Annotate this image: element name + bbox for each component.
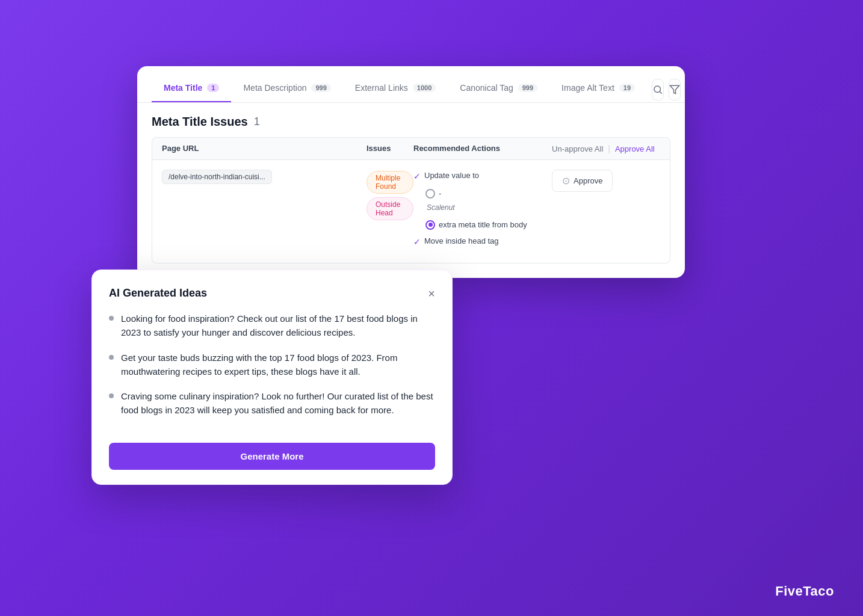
tab-image-alt-text[interactable]: Image Alt Text 19 [549,77,647,102]
scalenut-label: Scalenut [427,202,552,213]
tab-canonical-tag-label: Canonical Tag [460,83,513,93]
bullet-3 [109,393,114,398]
radio-group: - Scalenut [425,188,552,214]
issue-badge-multiple: Multiple Found [367,171,413,194]
table-body: /delve-into-north-indian-cuisi... Multip… [152,160,670,263]
filter-icon [669,84,680,95]
approve-check-icon: ⊙ [562,175,570,186]
approve-button[interactable]: ⊙ Approve [552,170,613,192]
col-header-issues: Issues [367,144,413,153]
url-cell: /delve-into-north-indian-cuisi... [162,170,367,186]
recommended-cell: ✓ Update value to - Scalenut extra [413,170,552,253]
svg-point-0 [654,86,661,93]
generate-more-button[interactable]: Generate More [109,443,435,470]
table-row: /delve-into-north-indian-cuisi... Multip… [152,160,670,263]
svg-line-1 [660,91,662,93]
tabs-row: Meta Title 1 Meta Description 999 Extern… [137,66,685,103]
ai-idea-1: Looking for food inspiration? Check out … [109,312,435,340]
radio-extra-meta-circle [425,220,435,230]
tab-meta-description[interactable]: Meta Description 999 [231,77,342,102]
separator: | [608,144,610,153]
filter-button[interactable] [669,79,681,100]
tab-meta-description-badge: 999 [311,84,330,92]
main-card: Meta Title 1 Meta Description 999 Extern… [137,66,685,278]
tab-external-links-label: External Links [355,83,408,93]
tab-canonical-tag-badge: 999 [518,84,537,92]
col-header-url: Page URL [162,144,367,153]
approve-all-button[interactable]: Approve All [615,144,655,153]
col-header-recommended: Recommended Actions [413,144,552,153]
ai-modal-title: AI Generated Ideas [109,287,207,300]
ai-modal-header: AI Generated Ideas × [109,287,435,300]
check-icon-2: ✓ [413,236,421,248]
check-icon-1: ✓ [413,170,421,183]
issues-title: Meta Title Issues [152,115,248,129]
radio-group-extra: extra meta title from body [425,219,552,231]
search-icon [652,84,663,95]
bullet-1 [109,316,114,321]
ai-idea-2: Get your taste buds buzzing with the top… [109,351,435,379]
radio-extra-meta[interactable]: extra meta title from body [425,219,552,231]
tab-image-alt-text-label: Image Alt Text [561,83,614,93]
radio-dash-label: - [439,188,441,200]
tab-external-links[interactable]: External Links 1000 [343,77,448,102]
rec-move-inside: ✓ Move inside head tag [413,235,552,248]
table-wrapper: Page URL Issues Recommended Actions Un-a… [137,137,685,278]
ai-modal-close-button[interactable]: × [428,288,435,300]
radio-dash[interactable]: - [425,188,552,200]
ai-idea-3: Craving some culinary inspiration? Look … [109,389,435,417]
bullet-2 [109,355,114,360]
search-button[interactable] [652,79,664,100]
tab-meta-description-label: Meta Description [243,83,306,93]
rec-move-label: Move inside head tag [424,235,499,247]
tab-image-alt-text-badge: 19 [619,84,635,92]
rec-update-label: Update value to [424,170,479,182]
tab-meta-title-badge: 1 [207,84,219,92]
brand-logo: FiveTaco [775,584,834,599]
actions-col: ⊙ Approve [552,170,660,192]
ai-ideas-list: Looking for food inspiration? Check out … [109,312,435,428]
tab-meta-title[interactable]: Meta Title 1 [152,77,231,102]
ai-idea-text-3: Craving some culinary inspiration? Look … [121,389,435,417]
rec-update-value: ✓ Update value to [413,170,552,183]
issues-count: 1 [254,116,260,128]
issue-badge-outside: Outside Head [367,197,413,220]
ai-idea-text-2: Get your taste buds buzzing with the top… [121,351,435,379]
tab-external-links-badge: 1000 [413,84,436,92]
issues-header: Meta Title Issues 1 [137,103,685,137]
ai-idea-text-1: Looking for food inspiration? Check out … [121,312,435,340]
header-actions: Un-approve All | Approve All [552,144,660,153]
table-header: Page URL Issues Recommended Actions Un-a… [152,137,670,160]
page-url[interactable]: /delve-into-north-indian-cuisi... [162,170,272,184]
tab-canonical-tag[interactable]: Canonical Tag 999 [448,77,549,102]
tab-meta-title-label: Meta Title [164,83,202,93]
radio-extra-meta-label: extra meta title from body [439,219,527,231]
svg-marker-2 [670,85,679,94]
unapprove-all-button[interactable]: Un-approve All [552,144,603,153]
approve-label: Approve [574,176,602,185]
issues-cell: Multiple Found Outside Head [367,170,413,220]
radio-dash-circle [425,189,435,199]
ai-modal: AI Generated Ideas × Looking for food in… [91,270,453,485]
